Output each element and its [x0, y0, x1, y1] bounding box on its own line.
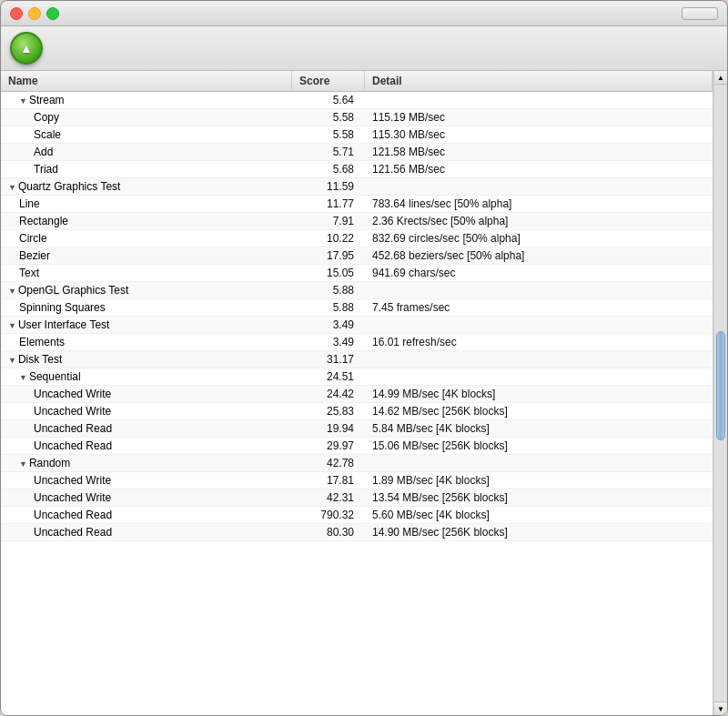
scrollbar-thumb[interactable] — [716, 331, 725, 440]
table-row: Uncached Read 790.32 5.60 MB/sec [4K blo… — [1, 507, 713, 524]
table-row: Uncached Read 19.94 5.84 MB/sec [4K bloc… — [1, 420, 713, 438]
cell-detail: 14.90 MB/sec [256K blocks] — [365, 524, 713, 540]
cell-detail — [365, 368, 713, 385]
cell-score: 24.42 — [292, 386, 365, 402]
cell-name: Line — [1, 196, 292, 212]
cell-score: 17.81 — [292, 472, 365, 489]
table-row: Circle 10.22 832.69 circles/sec [50% alp… — [1, 230, 713, 247]
content-area: Name Score Detail ▼Stream 5.64 Copy 5.58… — [1, 71, 727, 715]
cell-detail: 452.68 beziers/sec [50% alpha] — [365, 247, 713, 264]
cell-score: 5.71 — [292, 144, 365, 160]
cell-score: 15.05 — [292, 265, 365, 281]
cell-detail: 14.99 MB/sec [4K blocks] — [365, 386, 713, 402]
cell-name: Rectangle — [1, 213, 292, 229]
expand-triangle[interactable]: ▼ — [8, 321, 16, 330]
table-row: Add 5.71 121.58 MB/sec — [1, 144, 713, 161]
cell-score: 25.83 — [292, 403, 365, 419]
table-row: ▼Sequential 24.51 — [1, 368, 713, 386]
table-row: Uncached Write 24.42 14.99 MB/sec [4K bl… — [1, 386, 713, 403]
cell-score: 24.51 — [292, 368, 365, 385]
cell-detail: 14.62 MB/sec [256K blocks] — [365, 403, 713, 419]
cell-detail: 15.06 MB/sec [256K blocks] — [365, 438, 713, 454]
title-bar — [1, 1, 727, 26]
table-row: ▼OpenGL Graphics Test 5.88 — [1, 282, 713, 299]
cell-name: Uncached Write — [1, 403, 292, 419]
expand-triangle[interactable]: ▼ — [8, 287, 16, 296]
cell-score: 17.95 — [292, 247, 365, 264]
cell-name: Uncached Read — [1, 438, 292, 454]
cell-score: 5.88 — [292, 299, 365, 316]
table-row: ▼Stream 5.64 — [1, 92, 713, 109]
cell-name: Uncached Read — [1, 420, 292, 437]
cell-detail: 5.60 MB/sec [4K blocks] — [365, 507, 713, 523]
cell-name: Uncached Read — [1, 524, 292, 540]
scrollbar-track[interactable] — [714, 85, 727, 701]
cell-detail: 115.30 MB/sec — [365, 126, 713, 143]
expand-triangle[interactable]: ▼ — [19, 373, 27, 382]
cell-detail: 121.58 MB/sec — [365, 144, 713, 160]
cell-detail: 783.64 lines/sec [50% alpha] — [365, 196, 713, 212]
minimize-button[interactable] — [28, 7, 41, 20]
cell-name: Triad — [1, 161, 292, 177]
expand-triangle[interactable]: ▼ — [8, 183, 16, 192]
table-row: Rectangle 7.91 2.36 Krects/sec [50% alph… — [1, 213, 713, 230]
table-row: Spinning Squares 5.88 7.45 frames/sec — [1, 299, 713, 317]
expand-triangle[interactable]: ▼ — [8, 356, 16, 365]
toolbar — [1, 26, 727, 71]
cell-score: 19.94 — [292, 420, 365, 437]
cell-name: Circle — [1, 230, 292, 247]
expand-triangle[interactable]: ▼ — [19, 459, 27, 469]
cell-detail: 13.54 MB/sec [256K blocks] — [365, 489, 713, 506]
expand-triangle[interactable]: ▼ — [19, 96, 27, 106]
table-row: Uncached Write 17.81 1.89 MB/sec [4K blo… — [1, 472, 713, 489]
cell-detail — [365, 351, 713, 368]
close-button[interactable] — [10, 7, 23, 20]
cell-detail: 121.56 MB/sec — [365, 161, 713, 177]
cell-score: 11.59 — [292, 178, 365, 195]
cell-detail: 832.69 circles/sec [50% alpha] — [365, 230, 713, 247]
table-row: Uncached Write 25.83 14.62 MB/sec [256K … — [1, 403, 713, 420]
title-bar-right — [682, 7, 718, 20]
cell-detail: 941.69 chars/sec — [365, 265, 713, 281]
scrollbar[interactable]: ▲ ▼ — [713, 71, 727, 715]
cell-name: ▼OpenGL Graphics Test — [1, 282, 292, 298]
results-table: Name Score Detail ▼Stream 5.64 Copy 5.58… — [1, 71, 713, 715]
cell-name: ▼Stream — [1, 92, 292, 108]
window-controls — [10, 7, 59, 20]
cell-score: 31.17 — [292, 351, 365, 368]
cell-score: 42.31 — [292, 489, 365, 506]
cell-score: 11.77 — [292, 196, 365, 212]
cell-detail — [365, 92, 713, 108]
cell-score: 10.22 — [292, 230, 365, 247]
cell-score: 3.49 — [292, 334, 365, 350]
cell-detail: 5.84 MB/sec [4K blocks] — [365, 420, 713, 437]
cell-name: Copy — [1, 109, 292, 126]
cell-score: 5.64 — [292, 92, 365, 108]
cell-name: ▼Sequential — [1, 368, 292, 385]
table-row: Elements 3.49 16.01 refresh/sec — [1, 334, 713, 351]
table-row: Uncached Read 80.30 14.90 MB/sec [256K b… — [1, 524, 713, 541]
cell-detail: 115.19 MB/sec — [365, 109, 713, 126]
cell-detail — [365, 317, 713, 333]
table-row: Uncached Read 29.97 15.06 MB/sec [256K b… — [1, 438, 713, 455]
col-score: Score — [292, 71, 365, 91]
table-row: ▼Random 42.78 — [1, 455, 713, 472]
table-body[interactable]: ▼Stream 5.64 Copy 5.58 115.19 MB/sec Sca… — [1, 92, 713, 713]
cell-name: Spinning Squares — [1, 299, 292, 316]
cell-detail — [365, 282, 713, 298]
cell-score: 29.97 — [292, 438, 365, 454]
scroll-up-button[interactable]: ▲ — [714, 71, 728, 85]
cell-name: Elements — [1, 334, 292, 350]
cell-name: ▼Disk Test — [1, 351, 292, 368]
maximize-button[interactable] — [46, 7, 59, 20]
table-row: ▼Disk Test 31.17 — [1, 351, 713, 368]
main-window: Name Score Detail ▼Stream 5.64 Copy 5.58… — [0, 0, 728, 716]
cell-name: ▼Quartz Graphics Test — [1, 178, 292, 195]
scroll-down-button[interactable]: ▼ — [714, 701, 728, 715]
cell-score: 80.30 — [292, 524, 365, 540]
table-row: Uncached Write 42.31 13.54 MB/sec [256K … — [1, 489, 713, 507]
cell-name: Uncached Read — [1, 507, 292, 523]
cell-score: 3.49 — [292, 317, 365, 333]
cell-score: 5.88 — [292, 282, 365, 298]
submit-button[interactable] — [10, 32, 43, 65]
